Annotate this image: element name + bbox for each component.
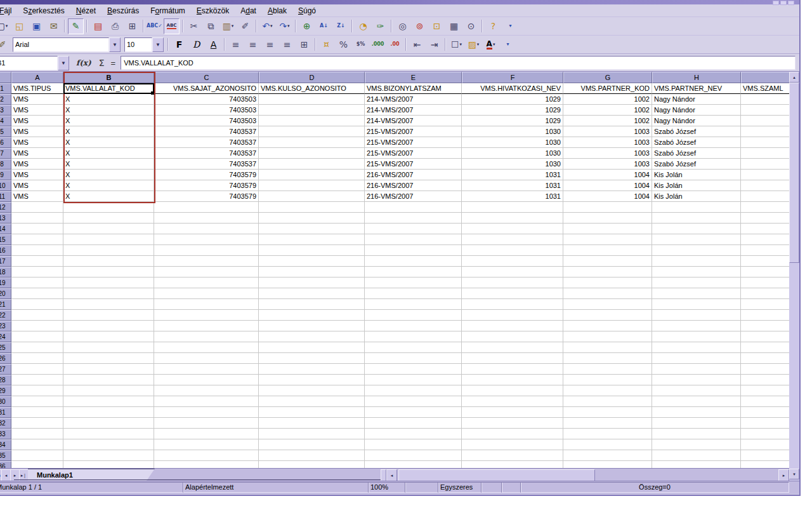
vertical-scrollbar[interactable]: ▴ ▾ — [789, 72, 799, 481]
cell[interactable] — [63, 385, 154, 396]
cell[interactable]: 1003 — [563, 159, 652, 170]
cell[interactable] — [154, 353, 259, 364]
cell[interactable] — [63, 224, 154, 234]
menu-format[interactable]: Formátum — [145, 6, 191, 16]
cell[interactable]: X — [63, 105, 154, 116]
cell[interactable] — [154, 450, 259, 461]
cell[interactable] — [563, 331, 652, 342]
cell[interactable] — [462, 224, 563, 234]
cell[interactable] — [563, 213, 652, 224]
cell[interactable] — [462, 364, 563, 375]
cell[interactable] — [259, 116, 365, 126]
cell[interactable] — [63, 267, 154, 277]
undo-icon[interactable]: ↶▾ — [259, 18, 275, 34]
status-signature[interactable] — [501, 482, 521, 493]
cell[interactable] — [563, 288, 652, 299]
sum-icon[interactable]: Σ — [99, 58, 105, 68]
cell[interactable] — [365, 364, 462, 375]
cell[interactable]: X — [63, 94, 154, 105]
cell[interactable] — [11, 364, 63, 375]
cell[interactable] — [63, 202, 154, 213]
percent-icon[interactable]: % — [336, 37, 351, 53]
cell[interactable] — [741, 126, 789, 137]
cell[interactable] — [462, 375, 563, 385]
column-header-E[interactable]: E — [365, 72, 462, 83]
formula-icon[interactable]: = — [111, 58, 116, 68]
cell[interactable] — [11, 353, 63, 364]
tab-scrollbar-splitter[interactable] — [381, 469, 386, 481]
cell[interactable] — [259, 213, 365, 224]
cell[interactable] — [63, 450, 154, 461]
row-header-35[interactable]: 35 — [0, 450, 11, 461]
cell[interactable] — [462, 353, 563, 364]
cell[interactable] — [154, 288, 259, 299]
cell[interactable] — [63, 407, 154, 418]
cell[interactable]: VMS — [11, 148, 63, 159]
status-selection-mode[interactable]: Egyszeres — [438, 482, 482, 493]
cell[interactable] — [462, 299, 563, 310]
add-decimal-icon[interactable]: .000 — [370, 37, 386, 53]
cell[interactable] — [365, 375, 462, 385]
cell[interactable] — [11, 310, 63, 321]
previous-sheet-icon[interactable]: ◂ — [1, 469, 11, 481]
cell[interactable]: 214-VMS/2007 — [365, 94, 462, 105]
cell[interactable]: 215-VMS/2007 — [365, 148, 462, 159]
cell[interactable] — [741, 342, 789, 353]
cell[interactable] — [259, 310, 365, 321]
menu-window[interactable]: Ablak — [262, 6, 292, 16]
column-header-C[interactable]: C — [154, 72, 259, 83]
formula-input[interactable] — [121, 56, 796, 70]
row-header-36[interactable]: 36 — [0, 461, 11, 468]
cell[interactable] — [741, 267, 789, 277]
cell[interactable]: Nagy Nándor — [652, 116, 741, 126]
cell[interactable] — [563, 364, 652, 375]
cell[interactable] — [462, 310, 563, 321]
cell[interactable] — [462, 234, 563, 245]
cell[interactable] — [154, 418, 259, 429]
cell[interactable] — [365, 213, 462, 224]
cell[interactable]: 214-VMS/2007 — [365, 105, 462, 116]
cell[interactable] — [365, 353, 462, 364]
cell[interactable] — [462, 461, 563, 468]
delete-decimal-icon[interactable]: .00 — [387, 37, 403, 53]
cell[interactable] — [259, 137, 365, 148]
cell[interactable] — [154, 461, 259, 468]
cell[interactable]: 7403579 — [154, 191, 259, 202]
cell[interactable]: 1004 — [563, 180, 652, 191]
data-sources-icon[interactable]: ▦ — [446, 18, 462, 34]
cell[interactable] — [259, 94, 365, 105]
cell[interactable]: Szabó József — [652, 159, 741, 170]
cell[interactable] — [11, 385, 63, 396]
paste-icon[interactable]: ▥▾ — [220, 18, 236, 34]
cell[interactable] — [462, 418, 563, 429]
cell[interactable] — [63, 342, 154, 353]
cell[interactable] — [154, 277, 259, 288]
menu-data[interactable]: Adat — [235, 6, 262, 16]
cell[interactable] — [563, 407, 652, 418]
cell[interactable] — [11, 288, 63, 299]
cell[interactable]: VMS — [11, 159, 63, 170]
increase-indent-icon[interactable]: ⇥ — [426, 37, 442, 53]
cell[interactable] — [154, 224, 259, 234]
cell[interactable] — [63, 331, 154, 342]
cell[interactable] — [652, 234, 741, 245]
cell[interactable] — [563, 245, 652, 256]
font-size-dropdown-icon[interactable]: ▼ — [152, 37, 164, 52]
cell[interactable] — [63, 439, 154, 450]
zoom-icon[interactable]: ⊙ — [463, 18, 479, 34]
borders-icon[interactable]: ☐▾ — [449, 37, 464, 53]
cell[interactable]: 1029 — [462, 94, 563, 105]
cell[interactable]: X — [63, 159, 154, 170]
align-right-icon[interactable]: ≡ — [262, 37, 278, 53]
minimize-button[interactable] — [773, 1, 779, 5]
cell[interactable] — [741, 213, 789, 224]
cell[interactable] — [741, 137, 789, 148]
cell[interactable]: 215-VMS/2007 — [365, 137, 462, 148]
cell[interactable] — [563, 321, 652, 331]
cell[interactable] — [741, 170, 789, 180]
underline-button[interactable]: A — [206, 37, 221, 53]
cell[interactable] — [652, 385, 741, 396]
spreadsheet-grid[interactable]: ABCDEFGHI1VMS.TIPUSVMS.VALLALAT_KODVMS.S… — [0, 72, 789, 468]
cell[interactable] — [365, 202, 462, 213]
cell[interactable] — [563, 342, 652, 353]
